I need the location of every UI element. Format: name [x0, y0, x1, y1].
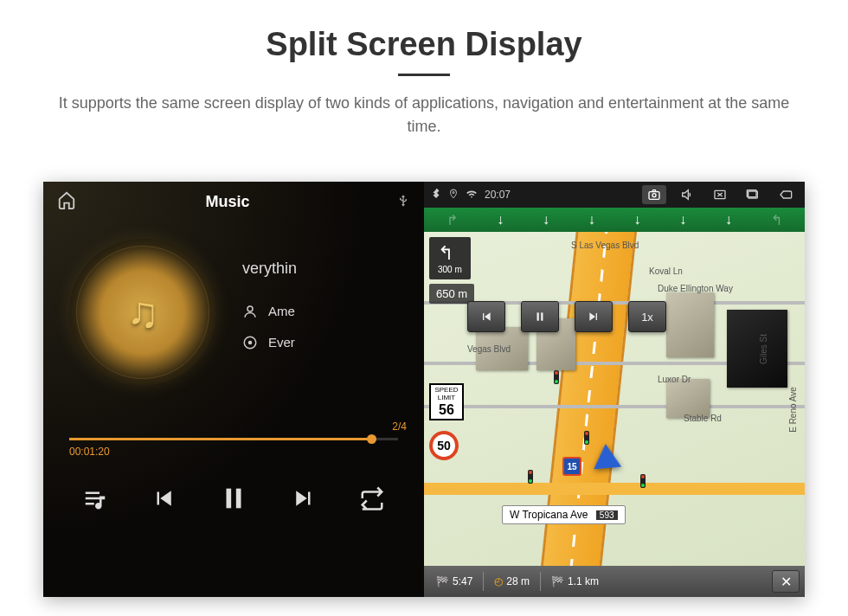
person-icon	[242, 304, 258, 319]
svg-rect-3	[226, 489, 231, 509]
track-info: verythin Ame Ever	[242, 260, 297, 366]
building	[666, 379, 710, 418]
repeat-button[interactable]	[359, 485, 385, 515]
progress-bar[interactable]	[69, 438, 398, 440]
traffic-light-icon	[584, 431, 589, 445]
album-name: Ever	[268, 335, 295, 350]
track-counter: 2/4	[392, 420, 407, 433]
gps-cursor-icon	[592, 443, 621, 470]
location-icon	[448, 189, 459, 202]
title-underline	[398, 74, 450, 76]
map-area[interactable]: S Las Vegas Blvd Koval Ln Duke Ellington…	[424, 232, 805, 566]
svg-point-5	[453, 191, 454, 193]
duration-value: 28 m	[506, 575, 530, 587]
street-label: Koval Ln	[649, 266, 683, 276]
music-note-icon: ♫	[126, 287, 159, 337]
speed-limit-sign: SPEED LIMIT 56	[429, 383, 464, 420]
separator	[483, 572, 484, 591]
volume-button[interactable]	[675, 185, 699, 204]
screenshot-button[interactable]	[642, 185, 666, 204]
playlist-button[interactable]	[82, 485, 108, 515]
lane-arrow-icon: ↓	[679, 212, 686, 228]
svg-point-2	[249, 341, 252, 343]
distance-value: 1.1 km	[568, 575, 599, 587]
wifi-icon	[466, 188, 478, 202]
street-label: S Las Vegas Blvd	[571, 241, 639, 250]
svg-rect-12	[541, 312, 543, 320]
overlay-pause-button[interactable]	[521, 301, 559, 332]
progress-fill	[69, 438, 372, 440]
music-app-label: Music	[80, 193, 376, 211]
disc-icon	[242, 335, 258, 350]
prev-button[interactable]	[151, 485, 177, 515]
next-button[interactable]	[291, 485, 317, 515]
current-street-label: W Tropicana Ave 593	[502, 505, 626, 524]
eta-item: 🏁 5:47	[429, 575, 479, 587]
back-button[interactable]	[774, 185, 798, 204]
music-body: ♫ verythin Ame Ever	[43, 221, 424, 386]
overlay-next-button[interactable]	[575, 301, 613, 332]
turn-distance: 300 m	[438, 265, 462, 274]
nav-close-button[interactable]: ✕	[772, 570, 800, 593]
lane-guidance: ↱ ↓ ↓ ↓ ↓ ↓ ↓ ↰	[424, 208, 805, 232]
page-title: Split Screen Display	[17, 26, 831, 63]
track-title: verythin	[242, 260, 297, 278]
album-row: Ever	[242, 335, 297, 350]
separator	[540, 572, 541, 591]
duration-item: ◴ 28 m	[487, 575, 536, 587]
lane-arrow-icon: ↓	[633, 212, 640, 228]
building	[666, 292, 714, 357]
lane-arrow-icon: ↱	[446, 212, 458, 228]
home-icon[interactable]	[57, 190, 76, 213]
street-label: Luxor Dr	[658, 375, 691, 384]
bluetooth-icon	[431, 189, 441, 202]
turn-instruction: ↰ 300 m	[429, 237, 471, 279]
speed-limit-label: LIMIT	[433, 395, 460, 402]
building	[727, 310, 787, 388]
close-app-button[interactable]	[708, 185, 732, 204]
clock-icon: ◴	[494, 575, 503, 587]
current-speed-badge: 50	[429, 431, 459, 460]
elapsed-time: 00:01:20	[43, 440, 424, 458]
svg-rect-4	[236, 489, 241, 509]
speed-limit-value: 56	[433, 402, 460, 418]
lane-arrow-icon: ↓	[588, 212, 595, 228]
street-label: Giles St	[759, 334, 768, 364]
artist-name: Ame	[268, 304, 295, 318]
lane-arrow-icon: ↓	[497, 212, 504, 228]
flag-icon: 🏁	[436, 575, 449, 587]
page-subtitle: It supports the same screen display of t…	[43, 92, 805, 138]
eta-value: 5:47	[453, 575, 472, 587]
traffic-light-icon	[554, 370, 559, 384]
lane-arrow-icon: ↰	[771, 212, 782, 228]
turn-left-icon: ↰	[438, 242, 462, 265]
svg-point-7	[652, 194, 656, 197]
svg-rect-11	[537, 312, 539, 320]
highway-shield: 15	[562, 457, 581, 476]
overlay-speed-button[interactable]: 1x	[628, 301, 666, 332]
street-label: Vegas Blvd	[467, 344, 511, 354]
overlay-prev-button[interactable]	[467, 301, 505, 332]
music-topbar: Music	[43, 182, 424, 221]
street-label: E Reno Ave	[788, 387, 798, 433]
multitask-button[interactable]	[741, 185, 765, 204]
street-number: 593	[596, 510, 618, 520]
traffic-light-icon	[528, 470, 533, 484]
lane-arrow-icon: ↓	[725, 212, 732, 228]
lane-arrow-icon: ↓	[543, 212, 549, 228]
nav-bottom-bar: 🏁 5:47 ◴ 28 m 🏁 1.1 km ✕	[424, 566, 805, 597]
street-name: W Tropicana Ave	[510, 509, 588, 521]
road-minor	[424, 405, 805, 408]
album-art[interactable]: ♫	[69, 239, 216, 386]
status-bar: 20:07	[424, 182, 805, 208]
road-cross	[424, 483, 805, 495]
usb-icon[interactable]	[396, 194, 410, 210]
traffic-light-icon	[640, 474, 646, 488]
street-label: Duke Ellington Way	[658, 284, 733, 293]
artist-row: Ame	[242, 304, 297, 319]
distance-item: 🏁 1.1 km	[544, 575, 606, 587]
pause-button[interactable]	[219, 484, 248, 517]
split-screen-frame: Music ♫ verythin Ame Ever	[43, 182, 805, 597]
media-overlay-controls: 1x	[467, 301, 666, 332]
progress-area: . 2/4	[43, 386, 424, 433]
